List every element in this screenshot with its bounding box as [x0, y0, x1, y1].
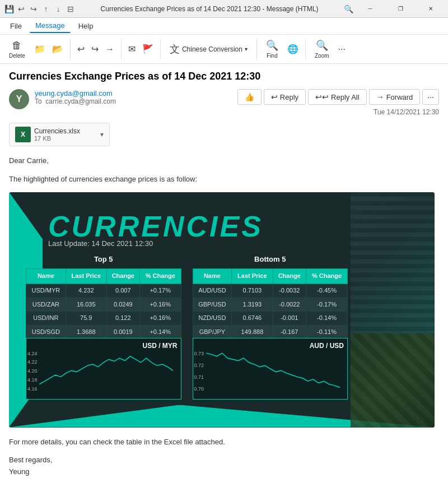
- email-closing: Best regards, Yeung: [9, 454, 439, 478]
- attachment-info: Currencies.xlsx 17 KB: [34, 127, 97, 142]
- col-price-top: Last Price: [66, 269, 106, 284]
- email-paragraph2: For more details, you can check the tabl…: [9, 437, 439, 448]
- forward-label: Forward: [386, 93, 413, 101]
- chinese-conv-arrow-icon: ▾: [245, 46, 248, 52]
- find-icon: 🔍: [266, 39, 278, 52]
- col-name-top: Name: [26, 269, 66, 284]
- translate-button[interactable]: 🌐: [285, 37, 301, 62]
- top5-title: Top 5: [26, 254, 181, 266]
- window-title: Currencies Exchange Prices as of 14 Dec …: [75, 5, 344, 13]
- chart2-label: AUD / USD: [310, 341, 344, 351]
- bottom5-title: Bottom 5: [193, 254, 348, 266]
- sender-to: To carrie.cyda@gmail.com: [35, 98, 116, 105]
- col-change-top: Change: [106, 269, 139, 284]
- archive-button[interactable]: 📁: [32, 37, 48, 62]
- reply-all-icon: ↩↩: [315, 92, 329, 101]
- like-button[interactable]: 👍: [237, 89, 262, 105]
- redo-icon[interactable]: ↪: [29, 4, 38, 13]
- money-decoration: [351, 333, 435, 428]
- chinese-conversion-button[interactable]: 文 Chinese Conversion ▾: [165, 37, 252, 62]
- reply-label: Reply: [280, 93, 298, 101]
- save-icon[interactable]: 💾: [4, 4, 13, 13]
- reply-all-button[interactable]: ↩↩ Reply All: [308, 89, 367, 105]
- window-controls: 🔍 ─ ❐ ✕: [344, 0, 444, 18]
- sender-info: yeung.cyda@gmail.com To carrie.cyda@gmai…: [35, 89, 116, 105]
- menu-help[interactable]: Help: [73, 20, 99, 33]
- undo-toolbar-button[interactable]: ↩: [75, 37, 87, 62]
- title-bar: 💾 ↩ ↪ ↑ ↓ ⊟ Currencies Exchange Prices a…: [0, 0, 448, 18]
- flag-icon: 🚩: [142, 44, 153, 54]
- close-button[interactable]: ✕: [418, 0, 444, 18]
- sender-email: yeung.cyda@gmail.com: [35, 89, 116, 98]
- table-row: GBP/USD1.3193-0.0022-0.17%: [193, 298, 348, 312]
- delete-button[interactable]: 🗑 Delete: [4, 37, 30, 62]
- respond-icon: ✉: [128, 44, 136, 54]
- reply-button[interactable]: ↩ Reply: [264, 89, 306, 105]
- building-decoration: [351, 192, 435, 333]
- col-price-bot: Last Price: [232, 269, 273, 284]
- menu-file[interactable]: File: [4, 20, 27, 33]
- col-change-bot: Change: [273, 269, 306, 284]
- like-icon: 👍: [245, 92, 254, 101]
- title-bar-left: 💾 ↩ ↪ ↑ ↓ ⊟: [4, 4, 75, 13]
- chart-usd-myr: USD / MYR 4.24 4.22 4.20 4.18 4.16: [26, 338, 181, 400]
- restore-button[interactable]: ❐: [388, 0, 413, 18]
- translate-icon: 🌐: [287, 44, 298, 54]
- table-row: AUD/USD0.7103-0.0032-0.45%: [193, 284, 348, 298]
- y-label-b: 0.72: [194, 361, 204, 369]
- table-row: GBP/JPY149.888-0.167-0.11%: [193, 325, 348, 339]
- currencies-infographic: CURRENCIES Last Update: 14 Dec 2021 12:3…: [9, 192, 435, 428]
- currencies-subtitle: Last Update: 14 Dec 2021 12:30: [48, 238, 153, 250]
- reply-icon: ↩: [271, 92, 278, 101]
- nav-down-icon[interactable]: ↓: [54, 4, 63, 13]
- charts-area: USD / MYR 4.24 4.22 4.20 4.18 4.16 AUD /…: [26, 338, 348, 400]
- chart-aud-usd: AUD / USD 0.73 0.72 0.71 0.70: [193, 338, 348, 400]
- email-greeting: Dear Carrie,: [9, 155, 439, 167]
- attachment-file-icon: X: [15, 127, 31, 142]
- minimize-button[interactable]: ─: [357, 0, 383, 18]
- email-paragraph1: The highlighted of currencies exchange p…: [9, 174, 439, 185]
- divider-4: [256, 39, 257, 59]
- respond-button[interactable]: ✉: [126, 37, 138, 62]
- search-icon[interactable]: 🔍: [344, 4, 353, 13]
- y-label-d: 0.70: [194, 385, 204, 393]
- col-name-bot: Name: [193, 269, 232, 284]
- zoom-button[interactable]: 🔍 Zoom: [310, 37, 334, 62]
- actions-more-button[interactable]: ···: [422, 89, 439, 105]
- delete-label: Delete: [9, 53, 25, 59]
- chinese-conv-label: Chinese Conversion: [182, 45, 242, 53]
- find-label: Find: [267, 53, 277, 59]
- menu-bar: File Message Help: [0, 18, 448, 35]
- y-label-4: 4.18: [27, 376, 38, 384]
- y-label-2: 4.22: [27, 358, 38, 366]
- table-row: USD/MYR4.2320.007+0.17%: [26, 284, 181, 298]
- move-button[interactable]: 📂: [50, 37, 66, 62]
- menu-message[interactable]: Message: [30, 19, 71, 33]
- forward-nav-button[interactable]: →: [103, 37, 116, 62]
- undo-icon[interactable]: ↩: [17, 4, 26, 13]
- toolbar: 🗑 Delete 📁 📂 ↩ ↪ → ✉ 🚩 文 Chinese Convers…: [0, 35, 448, 64]
- forward-button[interactable]: → Forward: [369, 89, 421, 105]
- flag-button[interactable]: 🚩: [140, 37, 156, 62]
- attachment-expand-icon[interactable]: ▾: [100, 131, 104, 138]
- zoom-label: Zoom: [315, 53, 329, 59]
- more-button[interactable]: ···: [336, 37, 348, 62]
- email-area: Currencies Exchange Prices as of 14 Dec …: [0, 64, 448, 492]
- y-label-c: 0.71: [194, 373, 204, 381]
- attachment-name: Currencies.xlsx: [34, 127, 97, 135]
- email-subject: Currencies Exchange Prices as of 14 Dec …: [9, 71, 439, 82]
- email-header: Y yeung.cyda@gmail.com To carrie.cyda@gm…: [9, 89, 439, 116]
- nav-up-icon[interactable]: ↑: [41, 4, 50, 13]
- table-row: USD/ZAR16.0350.0249+0.16%: [26, 298, 181, 312]
- find-button[interactable]: 🔍 Find: [262, 37, 283, 62]
- expand-icon[interactable]: ⊟: [66, 4, 75, 13]
- email-header-right: 👍 ↩ Reply ↩↩ Reply All → Forward ··· Tue…: [237, 89, 439, 116]
- reply-all-label: Reply All: [331, 93, 360, 101]
- email-actions: 👍 ↩ Reply ↩↩ Reply All → Forward ···: [237, 89, 439, 105]
- attachment-size: 17 KB: [34, 135, 97, 142]
- attachment[interactable]: X Currencies.xlsx 17 KB ▾: [9, 123, 110, 146]
- y-label-3: 4.20: [27, 367, 38, 375]
- redo-toolbar-button[interactable]: ↪: [89, 37, 101, 62]
- delete-icon: 🗑: [12, 40, 22, 52]
- chart1-label: USD / MYR: [142, 341, 177, 351]
